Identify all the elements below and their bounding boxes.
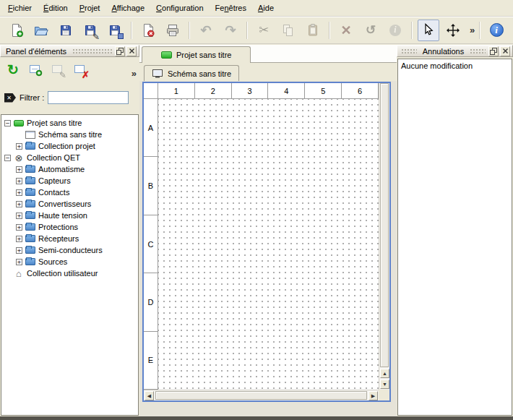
pencil-icon: ✎ — [92, 33, 100, 41]
tree-item[interactable]: +Sources — [1, 256, 138, 267]
tree-item[interactable]: +Capteurs — [1, 175, 138, 187]
clear-filter-icon[interactable]: ✕ — [4, 93, 16, 103]
close-dock-button[interactable] — [500, 46, 510, 56]
new-element-button[interactable] — [25, 61, 46, 80]
tree-item[interactable]: +Contacts — [1, 187, 138, 198]
cursor-arrow-icon — [421, 23, 436, 38]
tree-item[interactable]: +Collection projet — [1, 140, 138, 152]
vertical-scrollbar[interactable]: ▲ ▼ — [379, 83, 389, 390]
scroll-left-button[interactable]: ◀ — [145, 391, 154, 400]
undo-dock-titlebar[interactable]: Annulations — [397, 45, 513, 57]
floppy-badge-icon — [118, 33, 124, 39]
tab-schema-label: Schéma sans titre — [168, 69, 231, 78]
collapse-icon[interactable]: − — [4, 155, 11, 161]
tree-item[interactable]: Schéma sans titre — [1, 129, 138, 140]
delete-element-button[interactable]: ✗ — [70, 61, 90, 80]
scrollbar-corner — [379, 390, 389, 400]
save-as-button[interactable]: ✎ — [79, 20, 101, 41]
move-view-button[interactable] — [442, 20, 464, 41]
tree-item-label: Contacts — [38, 188, 69, 197]
bottom-edge — [0, 416, 513, 420]
float-dock-button[interactable] — [115, 46, 125, 56]
menu-item[interactable]: Projet — [74, 0, 106, 16]
tree-item[interactable]: −⊗Collection QET — [1, 152, 138, 163]
elements-panel-dock: Panel d'éléments ↻ — [0, 45, 139, 416]
undo-button[interactable]: ↶ — [195, 20, 217, 41]
toolbar-separator — [411, 22, 413, 39]
filter-input[interactable] — [48, 91, 129, 104]
dock-grip[interactable] — [470, 48, 486, 55]
expand-icon[interactable]: + — [16, 247, 22, 254]
expand-icon[interactable]: + — [16, 224, 22, 231]
rotate-button[interactable]: ↺ — [360, 20, 381, 41]
save-all-button[interactable] — [104, 20, 126, 41]
redo-button[interactable]: ↷ — [220, 20, 241, 41]
float-dock-button[interactable] — [488, 46, 499, 56]
tree-item[interactable]: ⌂Collection utilisateur — [1, 267, 138, 279]
menu-item[interactable]: Aide — [252, 0, 280, 16]
horizontal-scrollbar-thumb[interactable] — [155, 391, 367, 400]
tree-item-label: Récepteurs — [38, 234, 79, 243]
expand-icon[interactable]: + — [16, 189, 22, 196]
panel-overflow-button[interactable]: » — [132, 69, 137, 78]
delete-button[interactable]: ✕ — [335, 20, 357, 41]
toolbar-overflow-button[interactable]: » — [470, 25, 475, 35]
expand-icon[interactable]: + — [16, 213, 22, 219]
folder-icon — [25, 200, 35, 207]
reload-collections-button[interactable]: ↻ — [3, 61, 23, 80]
select-pointer-button[interactable] — [418, 20, 439, 41]
tree-item[interactable]: −Projet sans titre — [1, 117, 138, 129]
about-qet-button[interactable]: i — [486, 20, 507, 41]
folder-icon — [25, 166, 35, 173]
tree-item[interactable]: +Automatisme — [1, 163, 138, 175]
element-tree[interactable]: −Projet sans titreSchéma sans titre+Coll… — [1, 114, 139, 416]
object-info-button[interactable]: i — [384, 20, 406, 41]
open-file-button[interactable] — [30, 20, 52, 41]
paste-button[interactable] — [302, 20, 324, 41]
dock-grip[interactable] — [72, 48, 112, 55]
column-ruler: 123456 — [158, 83, 379, 99]
dock-grip[interactable] — [401, 48, 417, 55]
elements-panel-toolbar: ↻ ✎ ✗ » — [0, 57, 139, 80]
tree-item[interactable]: +Récepteurs — [1, 233, 138, 244]
menu-item[interactable]: Configuration — [150, 0, 209, 16]
undo-list-item[interactable]: Aucune modification — [398, 59, 512, 72]
tree-item[interactable]: +Convertisseurs — [1, 198, 138, 210]
copy-button[interactable] — [277, 20, 299, 41]
expand-icon[interactable]: + — [16, 201, 22, 207]
menu-item[interactable]: Fenêtres — [210, 0, 252, 16]
redo-icon: ↷ — [225, 24, 236, 37]
folder-icon — [25, 247, 35, 254]
scroll-down-button[interactable]: ▼ — [380, 380, 389, 389]
close-dock-button[interactable] — [126, 46, 137, 56]
print-button[interactable] — [162, 20, 184, 41]
collapse-icon[interactable]: − — [4, 120, 11, 127]
scroll-right-button[interactable]: ▶ — [368, 391, 378, 400]
expand-icon[interactable]: + — [16, 236, 22, 242]
menu-item[interactable]: Fichier — [2, 0, 38, 16]
vertical-scrollbar-thumb[interactable] — [380, 83, 389, 367]
menu-item[interactable]: Édition — [38, 0, 74, 16]
horizontal-scrollbar[interactable]: ◀ ▶ — [144, 390, 379, 400]
cut-button[interactable]: ✂ — [253, 20, 275, 41]
undo-history-list[interactable]: Aucune modification — [397, 59, 512, 416]
close-file-button[interactable] — [137, 20, 159, 41]
elements-panel-titlebar[interactable]: Panel d'éléments — [0, 45, 139, 57]
expand-icon[interactable]: + — [16, 259, 22, 265]
tab-schema[interactable]: Schéma sans titre — [144, 65, 239, 81]
tab-project[interactable]: Projet sans titre — [142, 46, 251, 63]
workspace: Projet sans titre Schéma sans titre 1234… — [139, 45, 397, 416]
tree-item[interactable]: +Semi-conducteurs — [1, 244, 138, 256]
expand-icon[interactable]: + — [16, 178, 22, 184]
tree-item[interactable]: +Protections — [1, 221, 138, 233]
save-button[interactable] — [55, 20, 77, 41]
new-file-button[interactable] — [6, 20, 27, 41]
tree-item[interactable]: +Haute tension — [1, 210, 138, 221]
expand-icon[interactable]: + — [16, 143, 22, 150]
schema-canvas[interactable] — [158, 99, 379, 390]
edit-element-button[interactable]: ✎ — [48, 61, 68, 80]
expand-icon[interactable]: + — [16, 166, 22, 173]
menu-item[interactable]: Affichage — [105, 0, 150, 16]
scroll-up-button[interactable]: ▲ — [380, 369, 389, 378]
open-folder-icon — [34, 23, 48, 38]
